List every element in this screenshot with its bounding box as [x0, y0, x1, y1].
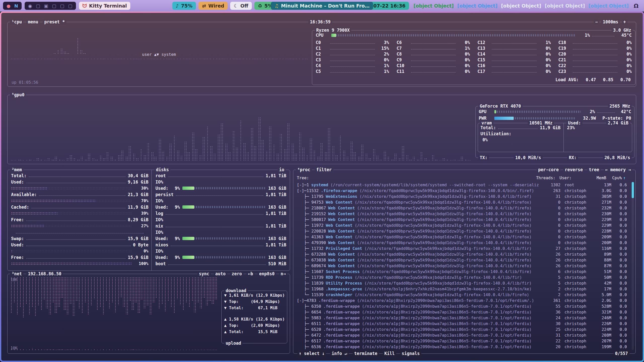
proc-box-toggle[interactable]: ⁴proc	[296, 167, 312, 172]
process-row[interactable]: ├─ 11739RDD Process(/nix/store/fqadd0bpr…	[297, 275, 627, 280]
dotted-leader	[166, 227, 263, 227]
status-module[interactable]: ⇄ Wired	[198, 2, 228, 10]
process-command: (/nix/store/fqadd0bprwc5yw5k99xajbdqd1dz…	[359, 194, 532, 199]
workspace-group-2[interactable]: ◉▢▣▢▢▢	[25, 2, 76, 10]
dotted-leader	[330, 61, 375, 61]
workspace-icon[interactable]: ▣	[44, 3, 48, 9]
process-row[interactable]: ├─ 11968.keepassxc-prox(/nix/store/bslpj…	[297, 286, 627, 292]
net-box-toggle[interactable]: ³net	[10, 271, 23, 277]
process-row[interactable]: [-]─11532.firefox-wrappe(/nix/store/fqad…	[297, 188, 627, 194]
workspace-icon[interactable]: ▢	[52, 3, 56, 9]
status-module[interactable]: ♪ 75%	[172, 2, 196, 10]
net-sync-toggle[interactable]: sync	[197, 271, 211, 277]
process-row[interactable]: ├─ 41363Web Content(/nix/store/fqadd0bpr…	[297, 234, 627, 240]
preset-button[interactable]: preset *	[43, 19, 66, 25]
upload-stat-line: ▲ 1,58 KiB/s (12,6 Kibps)	[224, 317, 285, 323]
net-iface-prev-button[interactable]: ←b	[247, 271, 255, 277]
info-button[interactable]: info ↵	[330, 351, 348, 356]
dotted-leader	[411, 72, 456, 73]
process-row[interactable]: ├─ 580017Web Content(/nix/store/fqadd0bp…	[297, 217, 627, 222]
column-user[interactable]: User:	[555, 175, 586, 180]
workspace-icon[interactable]: N	[14, 3, 18, 9]
media-player-module[interactable]: ♫ Minuit Machine – Don't Run Fro…	[271, 2, 373, 10]
tray-icon[interactable]: [object Object]	[588, 3, 629, 9]
process-row[interactable]: ├─ 479390Web Content(/nix/store/fqadd0bp…	[297, 240, 627, 246]
workspace-icon[interactable]: ▢	[60, 3, 64, 9]
process-row[interactable]: ├─ 673288Web Content(/nix/store/fqadd0bp…	[297, 251, 627, 257]
process-row[interactable]: ├─ 218067Web Content(/nix/store/fqadd0bp…	[297, 205, 627, 211]
core-percent: 1%	[539, 40, 551, 45]
kill-button[interactable]: Kill	[383, 351, 396, 356]
process-row[interactable]: ├─ 5983.ferdium-wrappe(/nix/store/a1pj8h…	[297, 315, 627, 321]
tray-icon[interactable]: [object Object]	[457, 3, 498, 9]
core-cell: C17 0%	[477, 68, 551, 74]
terminate-button[interactable]: terminate	[353, 351, 379, 356]
process-row[interactable]: [-]─4783.ferdium-wrappe(/nix/store/a1pj8…	[297, 298, 627, 303]
tray-icon[interactable]: [object Object]	[501, 3, 541, 9]
process-threads: 27	[539, 246, 560, 251]
column-tree[interactable]: Tree:	[297, 175, 534, 180]
process-row[interactable]: └─ 11539crashhelper(/nix/store/fqadd0bpr…	[297, 292, 627, 298]
active-window-module[interactable]: ᗢ Kitty Terminal	[79, 2, 131, 10]
process-command: (/nix/store/a1pj8hxirp2y2090nbwa7api3asi…	[362, 339, 532, 343]
column-threads[interactable]: Threads:	[534, 175, 555, 180]
process-row[interactable]: ├─ 11732Privileged Cont(/nix/store/fqadd…	[297, 246, 627, 251]
process-name: Web Content	[328, 252, 355, 257]
gpu-box-toggle[interactable]: ⁵gpu0	[10, 92, 26, 98]
process-row[interactable]: ├─ 6654.ferdium-wrappe(/nix/store/a1pj8h…	[297, 309, 627, 315]
net-auto-toggle[interactable]: auto	[214, 271, 227, 277]
process-row[interactable]: ├─ 11972Web Content(/nix/store/fqadd0bpr…	[297, 222, 627, 228]
net-zero-toggle[interactable]: zero	[230, 271, 244, 277]
select-buttons[interactable]: ↑ select ↓	[297, 351, 326, 356]
process-row[interactable]: ├─ 6511.ferdium-wrappe(/nix/store/a1pj8h…	[297, 321, 627, 327]
workspace-group-1[interactable]: ●N	[3, 2, 22, 10]
proc-tree-toggle[interactable]: tree	[587, 167, 601, 172]
workspace-icon[interactable]: ◉	[28, 3, 32, 9]
workspace-icon[interactable]: ●	[7, 3, 11, 9]
tray-icon[interactable]: [object Object]	[414, 3, 454, 9]
disk-used-label: Used:	[155, 205, 168, 210]
process-row[interactable]: ├─ 11795WebExtensions(/nix/store/fqadd0b…	[297, 194, 627, 199]
memory-stat: Available: 21,3 GiB 70%	[11, 191, 148, 204]
process-row[interactable]: [-]─1systemd(/run/current-system/systemd…	[297, 182, 627, 188]
mem-box-toggle[interactable]: ²mem	[10, 167, 23, 172]
process-row[interactable]: ├─ 6517.ferdium-wrappe(/nix/store/a1pj8h…	[297, 338, 627, 344]
sort-direction-arrow[interactable]: ↑	[622, 175, 627, 180]
notification-bell-icon[interactable]: Ω	[633, 3, 641, 9]
workspace-icon[interactable]: ▢	[36, 3, 40, 9]
disks-box-toggle[interactable]: disks	[154, 167, 170, 172]
process-row[interactable]: ├─ 6536.ferdium-wrappe(/nix/store/a1pj8h…	[297, 344, 627, 350]
cpu-box-toggle[interactable]: ¹cpu	[10, 19, 23, 25]
process-row[interactable]: ├─ 11839Utility Process(/nix/store/fqadd…	[297, 280, 627, 286]
process-name: Web Content	[328, 211, 355, 216]
process-row[interactable]: ├─ 220028Web Content(/nix/store/fqadd0bp…	[297, 228, 627, 234]
dotted-leader	[330, 43, 375, 44]
process-scrollbar[interactable]	[632, 182, 634, 350]
process-row[interactable]: ├─ 6472.ferdium-wrappe(/nix/store/a1pj8h…	[297, 332, 627, 338]
process-row[interactable]: ├─ 6520.ferdium-wrappe(/nix/store/a1pj8h…	[297, 327, 627, 332]
menu-button[interactable]: menu	[26, 19, 40, 25]
column-memory[interactable]: MemB	[586, 175, 606, 180]
process-row[interactable]: ├─ 94753Web Content(/nix/store/fqadd0bpr…	[297, 199, 627, 205]
clock: 16:36:59	[308, 19, 332, 25]
proc-filter-button[interactable]: filter	[315, 167, 333, 172]
signals-button[interactable]: signals	[400, 351, 421, 356]
proc-percore-toggle[interactable]: per-core	[537, 167, 560, 172]
net-iface-next-button[interactable]: n→	[279, 271, 287, 277]
tray-icon[interactable]: [object Object]	[545, 3, 585, 9]
workspace-icon[interactable]: ▢	[68, 3, 72, 9]
status-module[interactable]: ☾ Off	[230, 2, 252, 10]
process-row[interactable]: ├─ 673038Web Content(/nix/store/fqadd0bp…	[297, 257, 627, 263]
process-row[interactable]: ├─ 689674Web Content(/nix/store/fqadd0bp…	[297, 263, 627, 269]
process-row[interactable]: ├─ 11607Socket Process(/nix/store/fqadd0…	[297, 269, 627, 275]
process-row[interactable]: ├─ 6350.ferdium-wrappe(/nix/store/a1pj8h…	[297, 303, 627, 309]
process-row[interactable]: ├─ 219152Web Content(/nix/store/fqadd0bp…	[297, 211, 627, 217]
scrollbar-thumb[interactable]	[632, 182, 634, 198]
interval-plus-button[interactable]: +	[622, 19, 627, 25]
column-cpu[interactable]: Cpu%	[606, 175, 622, 180]
proc-sort-selector[interactable]: ← memory →	[604, 167, 632, 172]
module-icon: ☾	[234, 3, 238, 9]
interval-minus-button[interactable]: −	[594, 19, 599, 25]
proc-reverse-toggle[interactable]: reverse	[563, 167, 584, 172]
disks-io-toggle[interactable]: io	[278, 167, 286, 172]
